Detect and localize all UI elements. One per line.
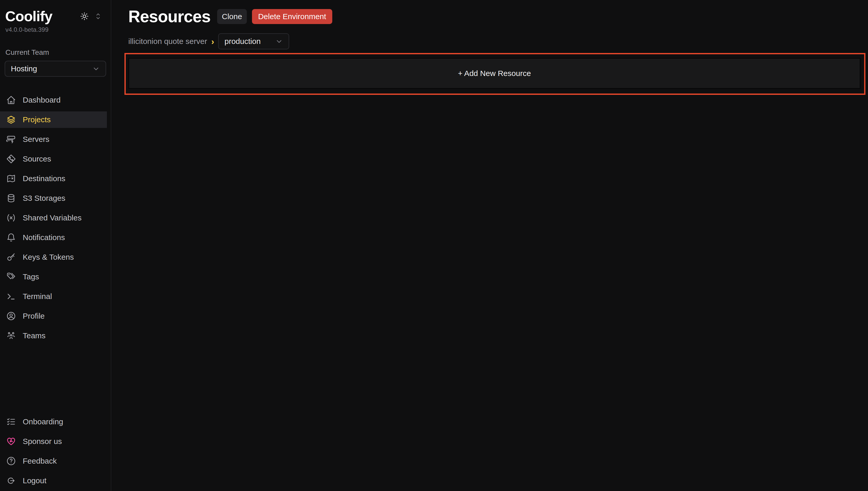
variable-icon [6, 213, 16, 223]
users-group-icon [6, 331, 16, 341]
sidebar-item-label: Feedback [23, 457, 57, 465]
sidebar-item-teams[interactable]: Teams [0, 327, 111, 344]
clone-button[interactable]: Clone [217, 9, 247, 24]
sidebar-item-sources[interactable]: Sources [0, 151, 111, 167]
user-circle-icon [6, 311, 16, 321]
sidebar-item-onboarding[interactable]: Onboarding [0, 413, 111, 430]
sidebar-item-label: Onboarding [23, 417, 63, 426]
chevron-down-icon [92, 65, 100, 73]
checklist-icon [6, 417, 16, 427]
database-icon [6, 193, 16, 203]
key-icon [6, 252, 16, 262]
sidebar-item-feedback[interactable]: Feedback [0, 453, 111, 469]
theme-sun-icon[interactable] [80, 11, 89, 21]
sidebar-item-label: Notifications [23, 233, 65, 242]
sidebar-nav: Dashboard Projects Servers [0, 92, 111, 344]
sidebar-item-tags[interactable]: Tags [0, 268, 111, 285]
page-title: Resources [128, 8, 210, 25]
sidebar: Coolify v4.0.0-beta.399 Current Team Hos… [0, 0, 111, 491]
sidebar-spacer [0, 344, 111, 413]
git-source-icon [6, 154, 16, 164]
sidebar-item-label: Terminal [23, 292, 52, 301]
current-team-label: Current Team [5, 48, 111, 57]
terminal-icon [6, 291, 16, 301]
sidebar-item-label: Logout [23, 476, 46, 485]
main-content: Resources Clone Delete Environment illic… [112, 0, 868, 491]
app-logo[interactable]: Coolify [5, 8, 53, 25]
sidebar-item-label: Projects [23, 115, 51, 124]
breadcrumb-project[interactable]: illicitonion quote server [128, 37, 207, 46]
team-select-value: Hosting [11, 64, 37, 73]
sidebar-item-s3-storages[interactable]: S3 Storages [0, 190, 111, 206]
sidebar-item-label: Shared Variables [23, 213, 82, 222]
sidebar-item-terminal[interactable]: Terminal [0, 288, 111, 305]
sidebar-item-label: Destinations [23, 174, 65, 183]
sidebar-item-label: Sources [23, 154, 51, 163]
theme-caret-icon[interactable] [95, 12, 101, 20]
sidebar-item-shared-variables[interactable]: Shared Variables [0, 209, 111, 226]
sidebar-item-sponsor[interactable]: Sponsor us [0, 433, 111, 450]
sidebar-item-keys-tokens[interactable]: Keys & Tokens [0, 249, 111, 265]
sidebar-item-label: Tags [23, 272, 39, 281]
sidebar-item-servers[interactable]: Servers [0, 131, 111, 148]
layers-icon [6, 115, 16, 124]
sidebar-item-label: Keys & Tokens [23, 253, 74, 262]
sidebar-item-label: Teams [23, 331, 45, 340]
sidebar-item-logout[interactable]: Logout [0, 472, 111, 489]
logout-icon [6, 476, 16, 486]
server-icon [6, 134, 16, 144]
breadcrumb: illicitonion quote server › production [128, 33, 868, 49]
home-icon [6, 95, 16, 105]
bell-icon [6, 233, 16, 242]
sidebar-item-label: S3 Storages [23, 194, 65, 203]
tags-icon [6, 272, 16, 282]
sidebar-footer-nav: Onboarding Sponsor us Feedback [0, 413, 111, 491]
chevron-down-icon [275, 37, 283, 45]
app-version: v4.0.0-beta.399 [5, 26, 111, 33]
team-select[interactable]: Hosting [5, 61, 106, 77]
environment-select[interactable]: production [218, 33, 289, 49]
sidebar-item-label: Dashboard [23, 96, 61, 105]
sidebar-item-notifications[interactable]: Notifications [0, 229, 111, 246]
sidebar-item-profile[interactable]: Profile [0, 308, 111, 324]
sidebar-item-projects[interactable]: Projects [0, 111, 107, 128]
sidebar-item-label: Sponsor us [23, 437, 62, 446]
environment-select-value: production [224, 37, 260, 46]
help-circle-icon [6, 456, 16, 466]
delete-environment-button[interactable]: Delete Environment [252, 9, 332, 24]
heart-icon [6, 436, 16, 446]
add-new-resource-button[interactable]: + Add New Resource [128, 58, 861, 89]
sidebar-item-label: Profile [23, 312, 45, 320]
sidebar-item-label: Servers [23, 135, 49, 144]
chevron-right-icon: › [211, 37, 214, 46]
map-icon [6, 174, 16, 183]
sidebar-item-destinations[interactable]: Destinations [0, 170, 111, 187]
sidebar-item-dashboard[interactable]: Dashboard [0, 92, 111, 108]
